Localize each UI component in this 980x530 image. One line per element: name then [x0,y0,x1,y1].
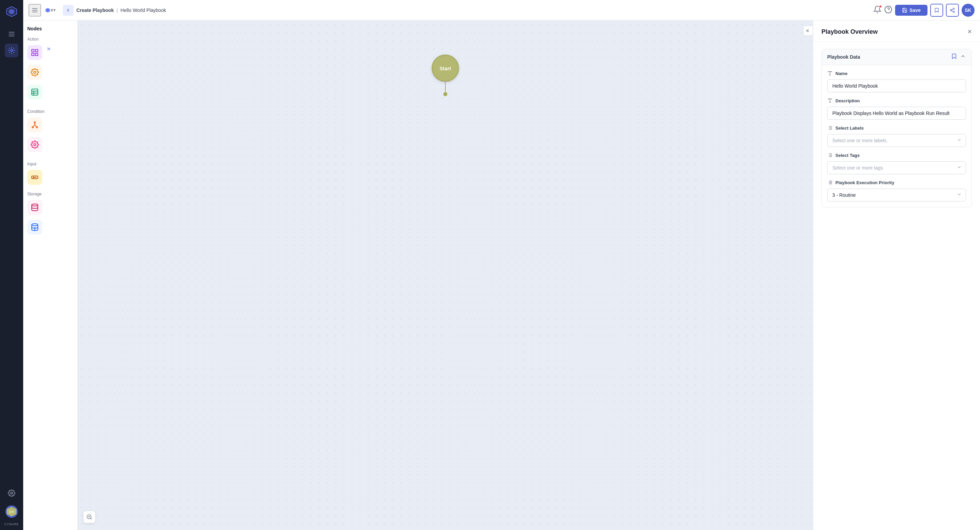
svg-rect-28 [32,89,38,95]
description-input[interactable] [827,107,966,120]
help-icon[interactable] [884,5,892,15]
playbook-data-actions [951,53,966,61]
svg-point-7 [11,492,13,494]
svg-text:CYWARE: CYWARE [51,8,56,12]
tags-field-label: Select Tags [827,153,966,158]
svg-point-27 [34,71,36,73]
priority-icon [827,180,833,185]
breadcrumb: Create Playbook | Hello World Playbook [63,5,869,16]
description-field-label: Description [827,98,966,103]
tags-select[interactable]: Select one or more tags [827,161,966,174]
start-connector-line [445,82,445,92]
svg-point-6 [11,49,13,51]
content-area: Nodes Action [23,21,980,530]
nav-logo: CYWARE [45,5,56,16]
breadcrumb-create-playbook: Create Playbook [76,8,114,13]
node-grid[interactable] [27,45,42,60]
back-button[interactable] [63,5,74,16]
sidebar-bottom: CY CYWARE [5,486,19,526]
svg-point-32 [34,122,35,123]
labels-label-text: Select Labels [835,126,864,131]
labels-select[interactable]: Select one or more labels. [827,134,966,147]
svg-point-38 [32,224,38,226]
svg-rect-23 [32,49,34,52]
overview-header: Playbook Overview × [813,21,980,42]
svg-text:CY: CY [9,510,14,514]
overview-close-btn[interactable]: × [967,27,972,36]
nodes-panel-title: Nodes [27,26,73,31]
node-database[interactable] [27,220,42,235]
hamburger-menu-btn[interactable] [29,4,41,16]
breadcrumb-separator: | [117,8,118,13]
section-bookmark-icon[interactable] [951,53,957,61]
name-label-text: Name [835,71,847,76]
playbook-data-card: Playbook Data [821,49,972,207]
priority-select-wrapper: 3 - Routine 1 - Critical 2 - High 4 - Lo… [827,189,966,202]
sidebar-settings-btn[interactable] [5,486,18,500]
input-section-label: Input [27,162,73,166]
canvas-collapse-btn[interactable] [803,26,813,35]
svg-point-33 [32,127,33,128]
svg-line-21 [952,11,953,11]
svg-rect-25 [35,53,38,56]
top-navbar: CYWARE Create Playbook | Hello World Pla… [23,0,980,21]
priority-field-label: Playbook Execution Priority [827,180,966,185]
condition-section-label: Condition [27,109,73,114]
playbook-data-body: Name Description Select Labels [822,65,972,207]
zoom-button[interactable] [83,511,95,523]
svg-point-35 [34,143,36,146]
breadcrumb-playbook-name: Hello World Playbook [120,8,166,13]
section-collapse-icon[interactable] [960,53,966,61]
svg-point-20 [953,11,955,12]
main-area: CYWARE Create Playbook | Hello World Pla… [23,0,980,530]
condition-section: Condition [27,109,73,155]
node-storage[interactable] [27,200,42,215]
description-icon [827,98,833,103]
priority-select[interactable]: 3 - Routine 1 - Critical 2 - High 4 - Lo… [827,189,966,202]
svg-point-34 [36,127,38,128]
sidebar-avatar[interactable]: CY [5,505,18,518]
node-input[interactable] [27,170,42,185]
svg-point-18 [953,8,955,9]
node-gear[interactable] [27,65,42,80]
name-input[interactable] [827,80,966,92]
node-fork[interactable] [27,117,42,132]
action-section: Action » [27,37,73,102]
overview-panel: Playbook Overview × Playbook Data [813,21,980,530]
playbook-data-header: Playbook Data [822,49,972,65]
labels-select-wrapper: Select one or more labels. [827,134,966,147]
storage-section-label: Storage [27,192,73,196]
tags-icon [827,153,833,158]
start-connector-dot [443,92,447,96]
name-field-label: Name [827,71,966,76]
expand-action-btn[interactable]: » [47,45,51,52]
svg-line-41 [91,518,91,519]
sidebar-playbook-btn[interactable] [5,44,18,57]
notification-bell[interactable] [873,5,881,15]
start-circle: Start [432,54,459,82]
labels-field-label: Select Labels [827,125,966,131]
share-btn[interactable] [946,4,959,17]
overview-title: Playbook Overview [821,28,878,35]
priority-label-text: Playbook Execution Priority [835,180,894,185]
tags-label-text: Select Tags [835,153,860,158]
name-icon [827,71,833,76]
input-section: Input [27,162,73,185]
start-node[interactable]: Start [432,54,459,96]
save-button[interactable]: Save [895,5,928,16]
notification-badge [879,5,882,8]
node-cog[interactable] [27,137,42,152]
svg-rect-26 [32,53,34,56]
action-section-label: Action [27,37,73,41]
app-logo-sidebar [4,4,19,19]
node-table[interactable] [27,84,42,100]
sidebar-menu-btn[interactable] [5,27,18,41]
svg-point-37 [32,204,38,206]
user-avatar[interactable]: SK [962,4,975,17]
svg-line-22 [952,9,953,10]
svg-point-19 [950,10,952,11]
description-label-text: Description [835,98,860,103]
nodes-panel: Nodes Action [23,21,78,530]
bookmark-btn[interactable] [930,4,943,17]
canvas: Start [78,21,813,530]
